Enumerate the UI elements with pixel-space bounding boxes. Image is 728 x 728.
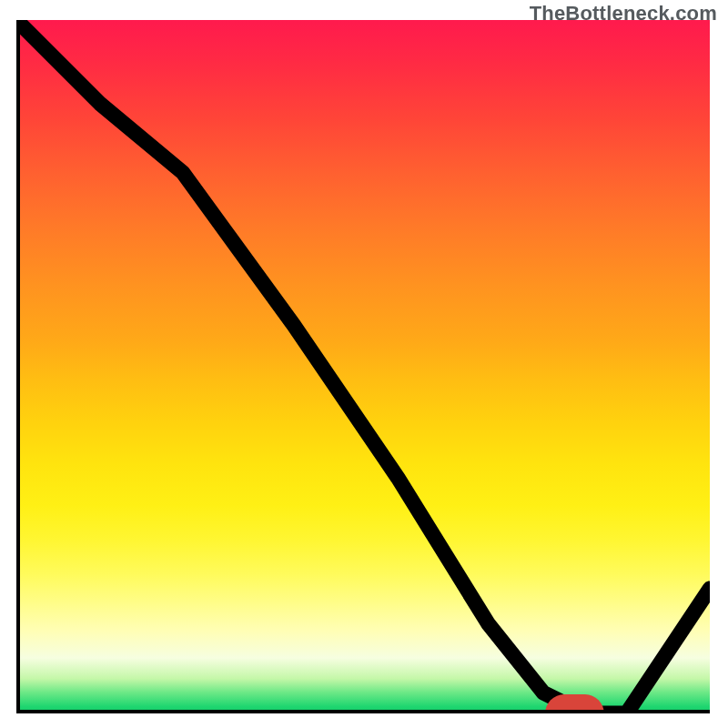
chart-container: TheBottleneck.com [0, 0, 728, 728]
plot-square [16, 20, 710, 713]
watermark-text: TheBottleneck.com [530, 2, 717, 25]
marker-layer [16, 20, 710, 713]
plot-area [16, 20, 710, 713]
